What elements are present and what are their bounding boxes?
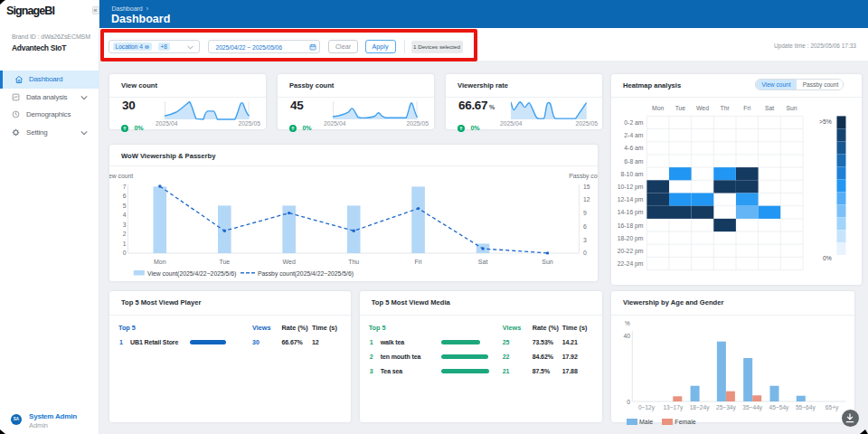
svg-text:3: 3 (123, 221, 127, 227)
svg-text:55~64y: 55~64y (796, 404, 816, 411)
svg-text:45~54y: 45~54y (769, 404, 790, 411)
svg-text:Fri: Fri (743, 105, 750, 111)
svg-text:40: 40 (623, 333, 630, 339)
svg-text:5: 5 (123, 202, 127, 208)
svg-text:18~24y: 18~24y (690, 404, 711, 411)
svg-text:25~34y: 25~34y (716, 404, 737, 411)
svg-text:Tue: Tue (219, 258, 230, 264)
svg-text:0%: 0% (823, 255, 832, 261)
svg-text:22-24 pm: 22-24 pm (618, 260, 644, 268)
svg-text:Sat: Sat (765, 105, 774, 111)
svg-text:View count(2025/4/22~2025/5/6): View count(2025/4/22~2025/5/6) (147, 269, 236, 277)
svg-text:2-4 am: 2-4 am (624, 132, 643, 138)
svg-text:20-22 pm: 20-22 pm (618, 248, 644, 255)
svg-text:Sun: Sun (787, 105, 797, 111)
svg-text:4: 4 (123, 212, 127, 218)
svg-text:2: 2 (123, 231, 127, 237)
svg-text:Passby count(2025/4/22~2025/5/: Passby count(2025/4/22~2025/5/6) (258, 269, 354, 277)
svg-text:Wed: Wed (696, 105, 709, 111)
svg-text:Tue: Tue (675, 105, 686, 111)
svg-text:Fri: Fri (415, 258, 423, 264)
svg-text:Sun: Sun (542, 258, 553, 264)
svg-text:3: 3 (583, 236, 587, 242)
svg-text:Wed: Wed (283, 258, 296, 264)
svg-text:Thu: Thu (348, 258, 359, 264)
svg-text:Mon: Mon (652, 105, 664, 111)
svg-text:0~12y: 0~12y (638, 404, 656, 411)
svg-text:18-20 pm: 18-20 pm (618, 235, 644, 242)
svg-text:0: 0 (583, 250, 587, 256)
svg-text:7: 7 (123, 183, 127, 189)
svg-text:65+y: 65+y (826, 404, 839, 411)
svg-text:4-6 am: 4-6 am (624, 145, 643, 151)
svg-text:0: 0 (123, 250, 127, 256)
svg-text:Mon: Mon (154, 258, 166, 264)
svg-text:0: 0 (627, 399, 630, 405)
svg-text:12: 12 (583, 196, 590, 203)
svg-text:16-18 pm: 16-18 pm (618, 222, 644, 230)
svg-text:%: % (625, 320, 630, 326)
svg-text:12-14 pm: 12-14 pm (618, 196, 644, 203)
svg-text:35~44y: 35~44y (742, 404, 763, 411)
svg-text:14-16 pm: 14-16 pm (618, 209, 644, 216)
svg-text:0-2 am: 0-2 am (624, 119, 643, 126)
svg-text:13~17y: 13~17y (663, 404, 684, 411)
svg-text:6: 6 (583, 222, 587, 229)
svg-text:15: 15 (583, 183, 590, 189)
svg-text:1: 1 (123, 240, 127, 246)
svg-text:Thr: Thr (721, 105, 731, 111)
svg-text:Sat: Sat (478, 258, 488, 264)
svg-text:6-8 am: 6-8 am (624, 158, 643, 165)
svg-text:10-12 pm: 10-12 pm (618, 184, 644, 191)
svg-text:>5%: >5% (819, 118, 832, 125)
svg-text:9: 9 (583, 210, 587, 216)
svg-text:6: 6 (123, 193, 127, 199)
svg-text:8-10 am: 8-10 am (621, 171, 644, 177)
